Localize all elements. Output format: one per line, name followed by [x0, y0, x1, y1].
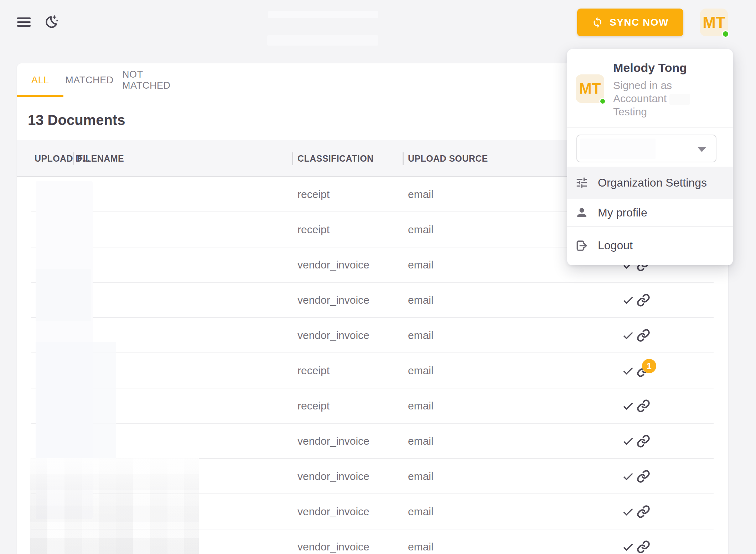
upload-source-cell: email	[408, 494, 434, 529]
classification-cell: receipt	[297, 212, 330, 247]
link-icon[interactable]	[637, 399, 650, 413]
link-icon[interactable]	[637, 470, 650, 483]
redacted-org-name	[268, 11, 378, 18]
classification-cell: receipt	[297, 353, 330, 388]
upload-source-cell: email	[408, 318, 434, 352]
menu-avatar: MT	[576, 74, 604, 103]
moon-stars-icon[interactable]	[43, 14, 59, 30]
table-row[interactable]: vendor_invoice email	[17, 283, 728, 318]
redacted-cell-block	[36, 342, 116, 460]
upload-source-cell: email	[408, 388, 434, 423]
classification-cell: vendor_invoice	[297, 247, 369, 282]
tune-icon	[575, 176, 589, 189]
avatar-initials: MT	[703, 14, 725, 31]
link-icon[interactable]	[637, 434, 650, 448]
column-divider[interactable]	[292, 152, 293, 165]
upload-source-cell: email	[408, 247, 434, 282]
matched-check-icon	[622, 294, 635, 307]
column-header-upload-source[interactable]: UPLOAD SOURCE	[408, 153, 488, 164]
table-row[interactable]: vendor_invoice email	[17, 424, 728, 459]
column-header-classification[interactable]: CLASSIFICATION	[297, 153, 373, 164]
sync-now-button[interactable]: SYNC NOW	[577, 9, 683, 36]
redacted-cell-block	[36, 269, 91, 321]
matched-check-icon	[622, 435, 635, 448]
hamburger-menu-icon[interactable]	[17, 17, 31, 27]
column-divider[interactable]	[403, 152, 404, 165]
classification-cell: vendor_invoice	[297, 424, 369, 458]
link-icon[interactable]	[637, 293, 650, 307]
upload-source-cell: email	[408, 529, 434, 554]
signed-in-as-text: Signed in as Accountant Testing	[613, 79, 672, 118]
tab-not-matched[interactable]: NOT MATCHED	[122, 63, 183, 97]
classification-cell: vendor_invoice	[297, 318, 369, 352]
menu-item-logout[interactable]: Logout	[567, 227, 733, 264]
notification-badge[interactable]: 1	[642, 359, 656, 373]
matched-check-icon	[622, 329, 635, 342]
classification-cell: vendor_invoice	[297, 459, 369, 493]
menu-item-my-profile[interactable]: My profile	[567, 199, 733, 226]
link-icon[interactable]	[637, 329, 650, 342]
link-icon[interactable]	[637, 505, 650, 518]
classification-cell: receipt	[297, 388, 330, 423]
upload-source-cell: email	[408, 283, 434, 317]
organization-select[interactable]	[576, 135, 716, 162]
logout-icon	[575, 239, 589, 252]
classification-cell: receipt	[297, 177, 330, 211]
link-icon[interactable]	[637, 540, 650, 554]
chevron-down-icon	[697, 147, 706, 152]
tab-all[interactable]: ALL	[17, 63, 63, 97]
matched-check-icon	[622, 399, 635, 412]
tab-matched[interactable]: MATCHED	[67, 63, 112, 97]
matched-check-icon	[622, 505, 635, 518]
sync-now-label: SYNC NOW	[610, 17, 669, 28]
classification-cell: vendor_invoice	[297, 283, 369, 317]
column-header-filename[interactable]: FILENAME	[77, 153, 124, 164]
app-page: SYNC NOW MT ALL MATCHED NOT MATCHED 13 D…	[0, 0, 756, 554]
classification-cell: vendor_invoice	[297, 529, 369, 554]
user-name: Melody Tong	[613, 61, 687, 75]
redacted-filename-mosaic	[30, 458, 199, 554]
table-row[interactable]: vendor_invoice email	[17, 318, 728, 353]
matched-check-icon	[622, 470, 635, 483]
online-status-dot	[722, 30, 729, 38]
upload-source-cell: email	[408, 459, 434, 493]
matched-check-icon	[622, 540, 635, 553]
menu-avatar-initials: MT	[579, 80, 601, 97]
upload-source-cell: email	[408, 424, 434, 458]
user-dropdown-menu: MT Melody Tong Signed in as Accountant T…	[567, 49, 733, 265]
table-row[interactable]: receipt email	[17, 388, 728, 424]
user-avatar[interactable]: MT	[700, 9, 728, 36]
redacted-text-patch	[669, 94, 690, 105]
menu-item-organization-settings[interactable]: Organization Settings	[567, 167, 733, 199]
upload-source-cell: email	[408, 177, 434, 211]
matched-check-icon	[622, 364, 635, 377]
table-row[interactable]: receipt email 1	[17, 353, 728, 388]
classification-cell: vendor_invoice	[297, 494, 369, 529]
person-icon	[575, 206, 589, 219]
redacted-subtitle	[267, 35, 378, 46]
menu-divider	[567, 127, 733, 128]
active-tab-underline	[17, 95, 63, 97]
sync-icon	[592, 17, 603, 28]
documents-count-title: 13 Documents	[28, 112, 125, 128]
upload-source-cell: email	[408, 353, 434, 388]
online-status-dot	[599, 98, 606, 105]
upload-source-cell: email	[408, 212, 434, 247]
column-divider[interactable]	[73, 152, 74, 165]
redacted-select-value	[580, 138, 656, 159]
